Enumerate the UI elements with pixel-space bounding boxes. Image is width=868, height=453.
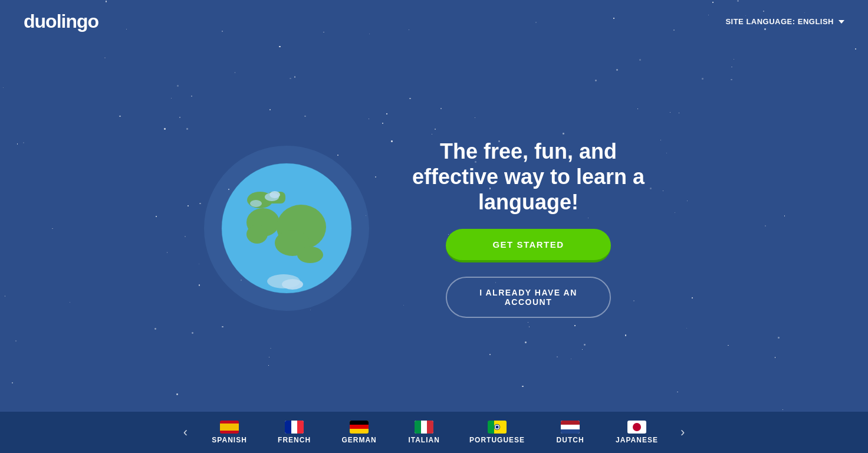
svg-point-34 bbox=[633, 423, 641, 431]
chevron-down-icon bbox=[839, 20, 844, 24]
language-item-italian[interactable]: ITALIAN bbox=[392, 421, 456, 444]
spanish-flag bbox=[220, 421, 239, 434]
french-flag bbox=[285, 421, 304, 434]
italian-label: ITALIAN bbox=[408, 436, 439, 444]
svg-rect-24 bbox=[427, 421, 433, 434]
logo: duolingo bbox=[24, 11, 98, 32]
language-item-japanese[interactable]: JAPANESE bbox=[603, 421, 671, 444]
italian-flag bbox=[415, 421, 433, 434]
have-account-button[interactable]: I ALREADY HAVE AN ACCOUNT bbox=[446, 277, 611, 318]
language-item-french[interactable]: FRENCH bbox=[262, 421, 327, 444]
get-started-button[interactable]: GET STARTED bbox=[446, 229, 611, 262]
right-panel: The free, fun, and effective way to lear… bbox=[405, 139, 652, 319]
svg-rect-20 bbox=[350, 421, 369, 425]
prev-language-button[interactable]: ‹ bbox=[174, 425, 197, 440]
globe-glow bbox=[204, 146, 369, 311]
svg-rect-15 bbox=[220, 424, 239, 431]
svg-rect-21 bbox=[350, 425, 369, 429]
portuguese-label: PORTUGUESE bbox=[469, 436, 525, 444]
portuguese-flag bbox=[488, 421, 507, 434]
globe-container bbox=[216, 157, 357, 299]
header: duolingo SITE LANGUAGE: ENGLISH bbox=[0, 0, 868, 43]
language-item-german[interactable]: GERMAN bbox=[327, 421, 392, 444]
svg-rect-23 bbox=[415, 421, 421, 434]
japanese-label: JAPANESE bbox=[616, 436, 658, 444]
german-label: GERMAN bbox=[341, 436, 376, 444]
language-item-spanish[interactable]: SPANISH bbox=[197, 421, 262, 444]
tagline: The free, fun, and effective way to lear… bbox=[405, 139, 652, 215]
svg-rect-32 bbox=[561, 429, 580, 434]
svg-rect-17 bbox=[285, 421, 291, 434]
footer-language-bar: ‹ SPANISH FRENCH bbox=[0, 412, 868, 453]
dutch-flag bbox=[561, 421, 580, 434]
language-item-portuguese[interactable]: PORTUGUESE bbox=[456, 421, 538, 444]
german-flag bbox=[350, 421, 369, 434]
dutch-label: DUTCH bbox=[557, 436, 584, 444]
site-language-selector[interactable]: SITE LANGUAGE: ENGLISH bbox=[725, 17, 844, 26]
svg-point-29 bbox=[496, 426, 499, 429]
site-language-label: SITE LANGUAGE: ENGLISH bbox=[725, 17, 834, 26]
french-label: FRENCH bbox=[278, 436, 311, 444]
svg-rect-18 bbox=[297, 421, 304, 434]
japanese-flag bbox=[627, 421, 646, 434]
svg-rect-31 bbox=[561, 421, 580, 425]
spanish-label: SPANISH bbox=[212, 436, 246, 444]
language-list: SPANISH FRENCH GERMAN bbox=[197, 421, 671, 444]
language-item-dutch[interactable]: DUTCH bbox=[538, 421, 603, 444]
next-language-button[interactable]: › bbox=[671, 425, 694, 440]
main-content: The free, fun, and effective way to lear… bbox=[0, 43, 868, 413]
